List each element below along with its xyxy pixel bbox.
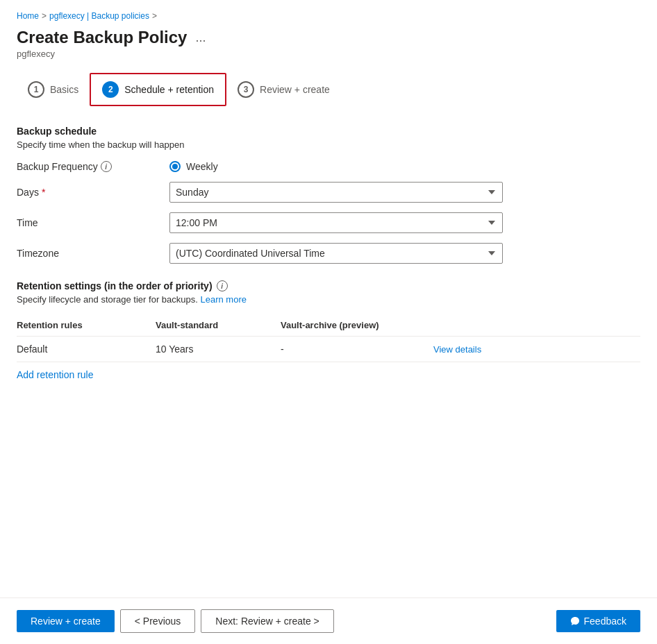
backup-frequency-info-icon[interactable]: i: [101, 161, 112, 172]
vault-archive-value: -: [281, 337, 433, 362]
wizard-step-review-create[interactable]: 3 Review + create: [226, 74, 341, 105]
backup-frequency-control: Weekly: [169, 161, 503, 172]
timezone-select[interactable]: (UTC) Coordinated Universal Time (UTC+01…: [169, 243, 503, 264]
days-control: Sunday Monday Tuesday Wednesday Thursday…: [169, 182, 503, 203]
backup-schedule-desc: Specify time when the backup will happen: [17, 139, 640, 150]
days-group: Days * Sunday Monday Tuesday Wednesday T…: [17, 182, 640, 203]
feedback-icon: [570, 616, 580, 626]
next-button[interactable]: Next: Review + create >: [201, 609, 333, 633]
page-subtitle: pgflexecy: [17, 49, 640, 59]
step-circle-review-create: 3: [238, 81, 254, 98]
add-retention-rule-link[interactable]: Add retention rule: [17, 369, 94, 380]
more-options-button[interactable]: ...: [192, 31, 208, 45]
step-circle-schedule-retention: 2: [102, 81, 119, 98]
retention-table: Retention rules Vault-standard Vault-arc…: [17, 314, 640, 362]
breadcrumb-home[interactable]: Home: [17, 11, 39, 21]
backup-frequency-group: Backup Frequency i Weekly: [17, 161, 640, 172]
previous-button[interactable]: < Previous: [120, 609, 196, 633]
col-header-action: [433, 314, 640, 337]
days-label: Days *: [17, 187, 169, 198]
step-label-schedule-retention: Schedule + retention: [124, 84, 214, 95]
wizard-step-basics[interactable]: 1 Basics: [17, 74, 90, 105]
time-group: Time 12:00 AM 12:00 PM 1:00 PM 2:00 PM: [17, 212, 640, 233]
table-row: Default 10 Years - View details: [17, 337, 640, 362]
timezone-group: Timezone (UTC) Coordinated Universal Tim…: [17, 243, 640, 264]
wizard-step-schedule-retention[interactable]: 2 Schedule + retention: [90, 73, 226, 106]
time-control: 12:00 AM 12:00 PM 1:00 PM 2:00 PM: [169, 212, 503, 233]
timezone-label: Timezone: [17, 248, 169, 259]
backup-schedule-title: Backup schedule: [17, 126, 640, 137]
step-circle-basics: 1: [28, 81, 44, 98]
vault-standard-value: 10 Years: [156, 337, 281, 362]
backup-frequency-label: Backup Frequency i: [17, 161, 169, 172]
breadcrumb-policies[interactable]: pgflexecy | Backup policies: [49, 11, 149, 21]
col-header-retention-rules: Retention rules: [17, 314, 156, 337]
wizard-steps: 1 Basics 2 Schedule + retention 3 Review…: [17, 73, 640, 106]
days-select[interactable]: Sunday Monday Tuesday Wednesday Thursday…: [169, 182, 503, 203]
retention-settings-section: Retention settings (in the order of prio…: [17, 280, 640, 380]
col-header-vault-standard: Vault-standard: [156, 314, 281, 337]
footer: Review + create < Previous Next: Review …: [0, 598, 657, 644]
learn-more-link[interactable]: Learn more: [200, 294, 246, 305]
backup-schedule-section: Backup schedule Specify time when the ba…: [17, 126, 640, 264]
retention-settings-desc: Specify lifecycle and storage tier for b…: [17, 294, 640, 305]
days-required-star: *: [42, 187, 45, 198]
time-label: Time: [17, 217, 169, 228]
timezone-control: (UTC) Coordinated Universal Time (UTC+01…: [169, 243, 503, 264]
step-label-basics: Basics: [50, 84, 78, 95]
weekly-radio-label: Weekly: [186, 161, 218, 172]
view-details-link[interactable]: View details: [433, 344, 481, 355]
breadcrumb-sep1: >: [42, 11, 47, 21]
breadcrumb-sep2: >: [152, 11, 157, 21]
breadcrumb: Home > pgflexecy | Backup policies >: [17, 11, 640, 21]
time-select[interactable]: 12:00 AM 12:00 PM 1:00 PM 2:00 PM: [169, 212, 503, 233]
col-header-vault-archive: Vault-archive (preview): [281, 314, 433, 337]
feedback-button[interactable]: Feedback: [556, 610, 640, 632]
weekly-radio[interactable]: [169, 161, 181, 172]
retention-settings-title: Retention settings (in the order of prio…: [17, 280, 640, 291]
view-details-cell: View details: [433, 337, 640, 362]
step-label-review-create: Review + create: [260, 84, 330, 95]
retention-rule-name: Default: [17, 337, 156, 362]
retention-info-icon[interactable]: i: [217, 280, 228, 291]
review-create-button[interactable]: Review + create: [17, 610, 115, 632]
page-title: Create Backup Policy: [17, 28, 187, 47]
